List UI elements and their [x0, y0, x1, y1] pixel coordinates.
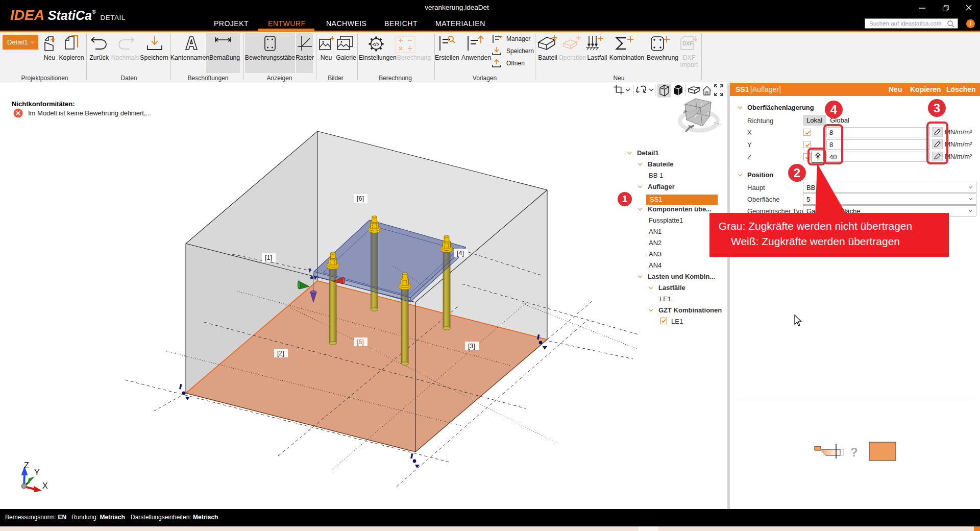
svg-text:[1]: [1]	[265, 254, 272, 261]
svg-text:DXF: DXF	[682, 41, 693, 46]
svg-text:</>: </>	[373, 41, 380, 47]
svg-text:[4]: [4]	[457, 250, 464, 257]
svg-text:?: ?	[850, 445, 858, 459]
svg-text:Y: Y	[34, 468, 40, 477]
svg-text:[6]: [6]	[357, 195, 364, 202]
svg-text:[3]: [3]	[468, 343, 475, 350]
svg-text:[2]: [2]	[277, 350, 284, 357]
svg-text:X: X	[42, 481, 48, 490]
svg-text:[5]: [5]	[357, 339, 364, 346]
svg-text:Z: Z	[24, 461, 29, 470]
